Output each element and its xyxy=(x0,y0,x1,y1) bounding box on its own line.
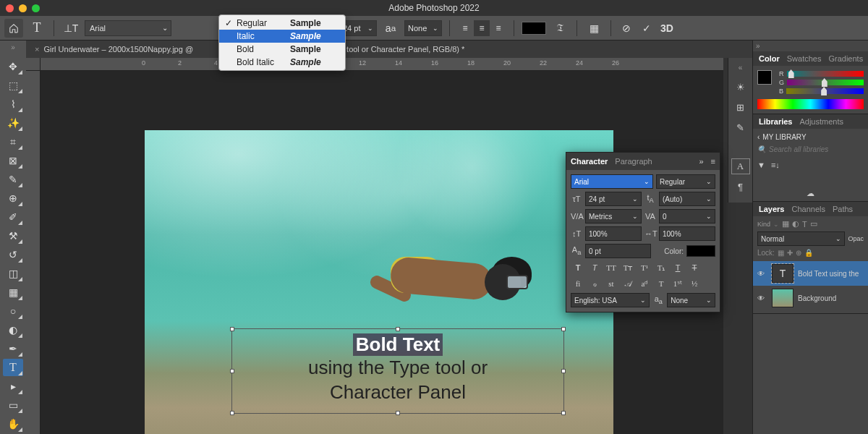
char-language-select[interactable]: English: USA xyxy=(571,293,650,307)
layer-item-text[interactable]: 👁 T Bold Text using the xyxy=(753,261,868,286)
adjustments-panel-icon[interactable]: ☀ xyxy=(731,79,750,95)
resize-handle[interactable] xyxy=(561,327,566,331)
resize-handle[interactable] xyxy=(396,411,400,415)
cancel-icon[interactable]: ⊘ xyxy=(618,20,634,36)
character-panel-toggle-icon[interactable]: ▦ xyxy=(584,19,603,38)
b-slider[interactable] xyxy=(786,88,864,94)
char-tracking-input[interactable]: 0 xyxy=(659,209,715,224)
magic-wand-tool-icon[interactable]: ✨ xyxy=(3,114,23,132)
blend-mode-select[interactable]: Normal xyxy=(757,231,845,246)
smallcaps-icon[interactable]: Tᴛ xyxy=(621,261,635,274)
lasso-tool-icon[interactable]: ⌇ xyxy=(3,95,23,113)
pen-tool-icon[interactable]: ✒ xyxy=(3,340,23,357)
char-vscale-input[interactable]: 100% xyxy=(585,226,642,241)
fractions-icon[interactable]: 1ˢᵗ xyxy=(671,277,685,290)
move-tool-icon[interactable]: ✥ xyxy=(3,58,23,75)
text-color-swatch[interactable] xyxy=(522,22,546,35)
text-content[interactable]: Bold Text using the Type tool or Charact… xyxy=(237,333,559,409)
align-left-icon[interactable]: ≡ xyxy=(457,20,473,36)
char-hscale-input[interactable]: 100% xyxy=(659,226,715,241)
filter-icon[interactable]: ▼ xyxy=(757,161,765,169)
resize-handle[interactable] xyxy=(230,327,234,331)
char-baseline-input[interactable]: 0 pt xyxy=(585,244,651,258)
char-font-style-select[interactable]: Regular xyxy=(656,174,715,189)
blur-tool-icon[interactable]: ○ xyxy=(3,302,23,320)
foreground-color-swatch[interactable] xyxy=(757,70,772,85)
brush-tool-icon[interactable]: ✐ xyxy=(3,208,23,226)
ruler-origin[interactable] xyxy=(26,58,41,71)
3d-icon[interactable]: 3D xyxy=(659,20,675,36)
filter-type-icon[interactable]: T xyxy=(802,220,807,229)
collapse-icon[interactable]: » xyxy=(699,157,703,166)
underline-icon[interactable]: T xyxy=(671,261,685,274)
commit-icon[interactable]: ✓ xyxy=(639,20,655,36)
contextual-icon[interactable]: ℴ xyxy=(587,277,602,290)
paragraph-tab[interactable]: Paragraph xyxy=(615,157,652,166)
sort-icon[interactable]: ≡↓ xyxy=(771,161,780,169)
faux-bold-icon[interactable]: T xyxy=(571,261,585,274)
lock-all-icon[interactable]: 🔒 xyxy=(804,249,813,257)
hand-tool-icon[interactable]: ✋ xyxy=(3,415,23,433)
lock-artboard-icon[interactable]: ⊕ xyxy=(796,249,801,257)
ordinals-icon[interactable]: aᵈ xyxy=(637,277,652,290)
filter-adjustment-icon[interactable]: ◐ xyxy=(792,219,799,229)
layer-thumbnail-image[interactable] xyxy=(772,289,793,307)
char-kerning-select[interactable]: Metrics xyxy=(585,209,642,224)
resize-handle[interactable] xyxy=(396,327,400,331)
char-color-swatch[interactable] xyxy=(686,245,715,257)
gradients-tab[interactable]: Gradients xyxy=(828,54,863,63)
lock-position-icon[interactable]: ✚ xyxy=(787,249,793,257)
layer-name[interactable]: Bold Text using the xyxy=(798,270,859,278)
titling-icon[interactable]: T xyxy=(654,277,668,290)
font-style-option-bold-italic[interactable]: Bold Italic Sample xyxy=(219,56,345,69)
resize-handle[interactable] xyxy=(561,369,566,373)
char-leading-input[interactable]: (Auto) xyxy=(659,192,715,206)
layer-item-background[interactable]: 👁 Background xyxy=(757,286,864,310)
eraser-tool-icon[interactable]: ◫ xyxy=(3,265,23,282)
font-style-dropdown[interactable]: ✓ Regular Sample Italic Sample Bold Samp… xyxy=(218,14,346,71)
spectrum-bar[interactable] xyxy=(757,99,864,109)
gradient-tool-icon[interactable]: ▦ xyxy=(3,284,23,301)
healing-brush-tool-icon[interactable]: ⊕ xyxy=(3,190,23,207)
marquee-tool-icon[interactable]: ⬚ xyxy=(3,77,23,94)
canvas-artboard[interactable]: Bold Text using the Type tool or Charact… xyxy=(145,130,613,434)
filter-shape-icon[interactable]: ▭ xyxy=(810,219,817,229)
font-style-option-italic[interactable]: Italic Sample xyxy=(219,30,345,43)
eyedropper-tool-icon[interactable]: ✎ xyxy=(3,171,23,188)
horizontal-ruler[interactable]: 0 2 4 6 8 10 12 14 16 18 20 22 24 26 xyxy=(41,58,723,71)
font-style-option-bold[interactable]: Bold Sample xyxy=(219,43,345,56)
filter-pixel-icon[interactable]: ▦ xyxy=(782,219,789,229)
text-line-1[interactable]: Bold Text xyxy=(353,333,443,356)
faux-italic-icon[interactable]: T xyxy=(587,261,602,274)
character-tab[interactable]: Character xyxy=(571,157,608,166)
r-slider[interactable] xyxy=(787,71,864,77)
resize-handle[interactable] xyxy=(230,369,234,373)
resize-handle[interactable] xyxy=(230,411,234,415)
subscript-icon[interactable]: T₁ xyxy=(654,261,668,274)
char-antialias-select[interactable]: None xyxy=(667,293,715,307)
character-panel-icon[interactable]: A xyxy=(731,158,750,174)
layer-thumbnail-type-icon[interactable]: T xyxy=(772,264,793,283)
history-brush-tool-icon[interactable]: ↺ xyxy=(3,246,23,263)
dodge-tool-icon[interactable]: ◐ xyxy=(3,321,23,339)
close-window-icon[interactable] xyxy=(6,4,14,12)
vertical-ruler[interactable] xyxy=(26,71,41,434)
my-library-dropdown[interactable]: ‹MY LIBRARY xyxy=(757,133,864,141)
warp-text-icon[interactable]: 𝔗 xyxy=(550,19,569,38)
superscript-icon[interactable]: T¹ xyxy=(637,261,652,274)
crop-tool-icon[interactable]: ⌗ xyxy=(3,133,23,150)
visibility-icon[interactable]: 👁 xyxy=(757,294,767,302)
collapse-right-icon[interactable]: » xyxy=(753,41,868,51)
visibility-icon[interactable]: 👁 xyxy=(757,270,767,278)
allcaps-icon[interactable]: TT xyxy=(604,261,618,274)
path-selection-tool-icon[interactable]: ▸ xyxy=(3,378,23,395)
resize-handle[interactable] xyxy=(561,411,566,415)
channels-tab[interactable]: Channels xyxy=(791,205,825,213)
properties-panel-icon[interactable]: ⊞ xyxy=(731,99,750,115)
expand-tools-icon[interactable]: » xyxy=(11,43,15,51)
character-panel[interactable]: Character Paragraph » ≡ Arial Regular τT… xyxy=(566,152,720,312)
text-line-2[interactable]: using the Type tool or xyxy=(237,356,559,380)
library-search-input[interactable]: 🔍 Search all libraries xyxy=(757,145,864,153)
char-font-size-input[interactable]: 24 pt xyxy=(585,192,642,206)
expand-panels-icon[interactable]: « xyxy=(739,64,743,72)
